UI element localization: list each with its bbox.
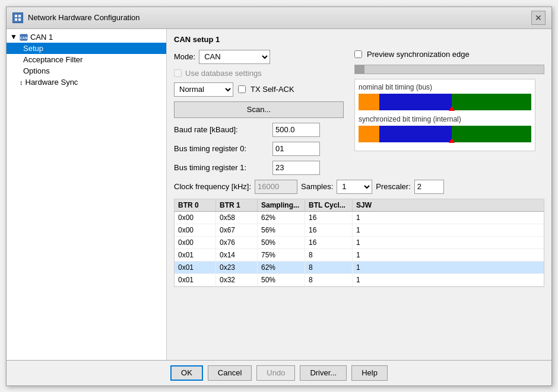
preview-sync-label: Preview synchronization edge	[367, 50, 470, 59]
bottom-bar: OK Cancel Undo Driver... Help	[7, 360, 551, 385]
expand-icon: ▼	[10, 33, 17, 41]
sidebar-item-options[interactable]: Options	[7, 65, 166, 77]
tx-self-ack-label: TX Self-ACK	[251, 85, 294, 94]
driver-button[interactable]: Driver...	[300, 365, 347, 381]
col-sjw: SJW	[353, 199, 388, 211]
td-btr0: 0x00	[175, 212, 216, 224]
cancel-button[interactable]: Cancel	[208, 365, 252, 381]
btr1-input[interactable]	[272, 161, 320, 175]
btr0-label: Bus timing register 0:	[174, 144, 269, 153]
progress-bar	[354, 65, 544, 74]
svg-rect-2	[18, 15, 21, 17]
svg-rect-4	[18, 18, 21, 21]
td-btl: 16	[305, 224, 353, 236]
mode-row: Mode: CAN CAN FD LIN	[174, 50, 344, 64]
table-body: 0x00 0x58 62% 16 1 0x00 0x67 56% 16 1	[175, 212, 544, 286]
title-bar-left: Network Hardware Configuration	[12, 12, 140, 23]
td-btl: 16	[305, 237, 353, 248]
mode-select[interactable]: CAN CAN FD LIN	[199, 50, 270, 64]
sidebar-item-can1[interactable]: ▼ CAN CAN 1	[7, 31, 166, 43]
sidebar-item-label: CAN 1	[30, 33, 53, 42]
sidebar: ▼ CAN CAN 1 Setup Acceptance Filter Opti	[7, 29, 167, 360]
td-btl: 8	[305, 262, 353, 273]
nominal-seg-1	[359, 94, 379, 110]
td-btl: 16	[305, 212, 353, 224]
td-btr0: 0x00	[175, 224, 216, 236]
undo-button[interactable]: Undo	[256, 365, 295, 381]
use-db-row: Use database settings	[174, 69, 344, 78]
nominal-chart-bar	[359, 94, 531, 110]
baud-input[interactable]	[272, 123, 320, 137]
preview-sync-checkbox[interactable]	[354, 50, 362, 58]
sync-icon: ↕	[20, 79, 23, 86]
td-btr1: 0x67	[216, 224, 258, 236]
clock-input	[255, 180, 297, 194]
col-btr1: BTR 1	[216, 199, 258, 211]
sync-seg-1	[359, 126, 379, 142]
td-sjw: 1	[353, 249, 388, 261]
btr1-label: Bus timing register 1:	[174, 163, 269, 172]
normal-select[interactable]: Normal Listen Only Self Reception	[174, 82, 233, 97]
table-row[interactable]: 0x00 0x67 56% 16 1	[175, 224, 544, 237]
help-button[interactable]: Help	[351, 365, 388, 381]
td-btr1: 0x58	[216, 212, 258, 224]
td-sjw: 1	[353, 224, 388, 236]
close-button[interactable]: ✕	[531, 11, 546, 25]
synchronized-chart-bar	[359, 126, 531, 142]
td-sampling: 62%	[258, 212, 305, 224]
scan-button[interactable]: Scan...	[174, 101, 344, 118]
baud-label: Baud rate [kBaud]:	[174, 125, 269, 134]
btr0-row: Bus timing register 0:	[174, 142, 344, 156]
td-sampling: 75%	[258, 249, 305, 261]
nominal-seg-3	[452, 94, 531, 110]
table-row[interactable]: 0x01 0x14 75% 8 1	[175, 249, 544, 262]
prescaler-input[interactable]	[414, 180, 444, 194]
can1-icon: CAN	[20, 33, 28, 42]
samples-select[interactable]: 1 3	[337, 180, 372, 194]
td-btl: 8	[305, 249, 353, 261]
mode-label: Mode:	[174, 52, 195, 61]
td-btr0: 0x01	[175, 262, 216, 273]
content-area: ▼ CAN CAN 1 Setup Acceptance Filter Opti	[7, 29, 551, 360]
app-icon	[12, 12, 23, 23]
btr0-input[interactable]	[272, 142, 320, 156]
svg-text:CAN: CAN	[20, 36, 27, 40]
dialog-title: Network Hardware Configuration	[28, 13, 140, 22]
td-sjw: 1	[353, 212, 388, 224]
sidebar-item-filter[interactable]: Acceptance Filter	[7, 54, 166, 65]
svg-rect-3	[15, 18, 17, 21]
table-row[interactable]: 0x01 0x23 62% 8 1	[175, 262, 544, 274]
svg-rect-1	[15, 15, 17, 17]
sync-seg-3	[452, 126, 531, 142]
sidebar-item-hwsync[interactable]: ↕ Hardware Sync	[7, 77, 166, 88]
table-row[interactable]: 0x00 0x76 50% 16 1	[175, 237, 544, 249]
table-row[interactable]: 0x01 0x32 50% 8 1	[175, 274, 544, 286]
sidebar-item-label: Acceptance Filter	[23, 55, 83, 64]
sidebar-item-setup[interactable]: Setup	[7, 43, 166, 54]
td-sampling: 62%	[258, 262, 305, 273]
preview-row: Preview synchronization edge	[354, 50, 544, 59]
baud-row: Baud rate [kBaud]:	[174, 123, 344, 137]
use-db-label: Use database settings	[185, 69, 262, 78]
nominal-marker	[449, 106, 455, 111]
section-title: CAN setup 1	[174, 35, 544, 44]
col-btr0: BTR 0	[175, 199, 216, 211]
right-panel: Preview synchronization edge nominal bit…	[354, 50, 544, 151]
table-header: BTR 0 BTR 1 Sampling... BTL Cycl... SJW	[175, 199, 544, 212]
td-sjw: 1	[353, 262, 388, 273]
ok-button[interactable]: OK	[170, 365, 203, 381]
td-btr1: 0x23	[216, 262, 258, 273]
sidebar-item-label: Hardware Sync	[26, 78, 78, 87]
td-sampling: 50%	[258, 237, 305, 248]
col-sampling: Sampling...	[258, 199, 305, 211]
timing-chart-area: nominal bit timing (bus) synchronized bi…	[354, 79, 535, 151]
col-btl: BTL Cycl...	[305, 199, 353, 211]
td-sampling: 56%	[258, 224, 305, 236]
use-db-checkbox[interactable]	[174, 69, 182, 77]
td-sampling: 50%	[258, 274, 305, 286]
sidebar-item-label: Setup	[23, 44, 43, 53]
table-row[interactable]: 0x00 0x58 62% 16 1	[175, 212, 544, 224]
td-sjw: 1	[353, 274, 388, 286]
tx-self-ack-checkbox[interactable]	[238, 85, 246, 93]
sync-seg-2	[379, 126, 452, 142]
